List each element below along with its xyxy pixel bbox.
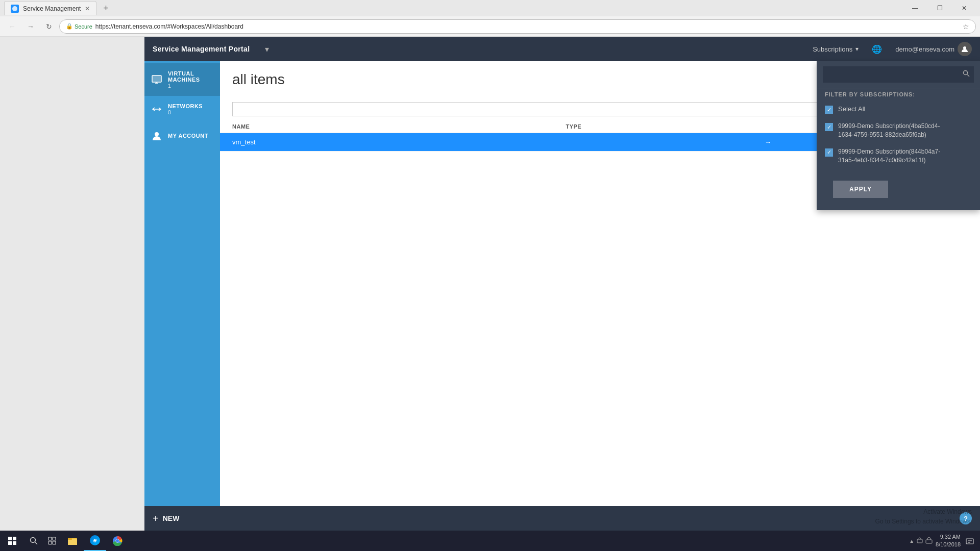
filter-option-2[interactable]: ✓ 99999-Demo Subscription(844b04a7-31a5-… (817, 143, 980, 169)
checkbox-option-1[interactable]: ✓ (825, 123, 833, 131)
svg-point-0 (12, 6, 17, 11)
globe-button[interactable]: 🌐 (867, 37, 887, 61)
watermark-line2: Go to Settings to activate Windows. (875, 517, 972, 527)
forward-button[interactable]: → (22, 18, 39, 35)
url-text: https://tenant.enseva.com/#Workspaces/Al… (95, 23, 243, 30)
close-button[interactable]: ✕ (952, 0, 976, 16)
taskbar-date-value: 8/10/2018 (936, 541, 961, 548)
svg-rect-26 (926, 540, 932, 543)
networks-label: NETWORKS (168, 103, 203, 109)
tab-close-button[interactable]: ✕ (85, 5, 90, 12)
user-avatar (958, 42, 972, 56)
col-type: TYPE (559, 120, 758, 133)
chrome-icon (112, 536, 122, 546)
taskbar-search-button[interactable] (24, 531, 43, 551)
new-tab-button[interactable]: + (99, 1, 113, 15)
svg-point-8 (155, 132, 159, 136)
notification-up-icon: ▲ (909, 538, 914, 544)
account-label: MY ACCOUNT (168, 133, 208, 139)
filter-by-subscriptions-label: FILTER BY SUBSCRIPTIONS: (817, 88, 980, 101)
bookmark-icon[interactable]: ☆ (963, 22, 969, 31)
networks-content: NETWORKS 0 (168, 103, 203, 115)
svg-rect-7 (152, 76, 161, 82)
sidebar-item-my-account[interactable]: MY ACCOUNT (144, 122, 220, 149)
svg-line-12 (967, 74, 969, 77)
window-controls: — ❐ ✕ (903, 0, 976, 16)
select-all-label: Select All (838, 105, 865, 114)
dropdown-search-icon[interactable] (959, 70, 974, 79)
top-nav-right: Subscriptions ▾ 🌐 demo@enseva.com (804, 37, 980, 61)
sidebar-item-networks[interactable]: NETWORKS 0 (144, 96, 220, 122)
taskbar-file-explorer[interactable] (61, 531, 84, 551)
restore-button[interactable]: ❐ (928, 0, 951, 16)
new-label: NEW (163, 514, 180, 522)
taskbar-notification-icons[interactable]: ▲ (909, 537, 933, 544)
sidebar-item-virtual-machines[interactable]: VIRTUAL MACHINES 1 (144, 63, 220, 96)
filter-option-select-all[interactable]: ✓ Select All (817, 101, 980, 118)
subscriptions-filter-icon: ▾ (855, 45, 859, 53)
taskbar: e ▲ 9:32 AM 8/10/2018 (0, 531, 980, 551)
vm-badge: 1 (168, 83, 214, 89)
windows-watermark: Activate Windows Go to Settings to activ… (875, 507, 972, 527)
svg-point-13 (31, 538, 36, 543)
svg-point-11 (964, 71, 968, 75)
new-button[interactable]: + NEW (153, 513, 179, 524)
plus-icon: + (153, 513, 159, 524)
tab-favicon (11, 5, 19, 13)
filter-option-1[interactable]: ✓ 99999-Demo Subscription(4ba50cd4-1634-… (817, 118, 980, 143)
refresh-button[interactable]: ↻ (41, 18, 57, 35)
taskbar-edge[interactable]: e (84, 531, 106, 551)
networks-badge: 0 (168, 109, 203, 115)
taskbar-chrome[interactable] (106, 531, 129, 551)
cell-type (559, 133, 758, 152)
taskbar-time-value: 9:32 AM (936, 533, 961, 541)
watermark-line1: Activate Windows (875, 507, 972, 517)
task-view-button[interactable] (43, 531, 61, 551)
option-2-label: 99999-Demo Subscription(844b04a7-31a5-4e… (838, 147, 940, 165)
svg-rect-18 (53, 541, 56, 544)
checkbox-option-2[interactable]: ✓ (825, 148, 833, 157)
subscriptions-dropdown: FILTER BY SUBSCRIPTIONS: ✓ Select All ✓ … (817, 61, 980, 210)
user-email: demo@enseva.com (895, 45, 954, 53)
edge-icon: e (90, 535, 100, 545)
apply-button[interactable]: APPLY (833, 181, 888, 198)
address-bar[interactable]: 🔒 Secure https://tenant.enseva.com/#Work… (59, 19, 976, 34)
minimize-button[interactable]: — (903, 0, 927, 16)
taskbar-action-center[interactable] (964, 535, 976, 547)
svg-point-24 (116, 539, 119, 542)
lock-icon: 🔒 (66, 23, 73, 30)
checkbox-select-all[interactable]: ✓ (825, 106, 833, 114)
taskbar-datetime: 9:32 AM 8/10/2018 (936, 533, 961, 549)
svg-rect-27 (966, 539, 973, 544)
portal-dropdown-button[interactable]: ▾ (258, 37, 276, 61)
dropdown-search-input[interactable] (823, 71, 959, 79)
svg-rect-21 (68, 538, 72, 540)
svg-rect-25 (917, 539, 922, 543)
taskbar-right: ▲ 9:32 AM 8/10/2018 (905, 533, 980, 549)
windows-logo (8, 537, 16, 545)
taskbar-apps: e (61, 531, 129, 551)
account-content: MY ACCOUNT (168, 133, 208, 139)
svg-rect-20 (68, 539, 77, 545)
svg-rect-15 (48, 537, 52, 540)
col-name: NAME (220, 120, 559, 133)
vm-label: VIRTUAL MACHINES (168, 70, 214, 83)
secure-badge: 🔒 Secure (66, 23, 92, 30)
subscriptions-button[interactable]: Subscriptions ▾ (804, 37, 867, 61)
user-button[interactable]: demo@enseva.com (887, 37, 980, 61)
cell-name: vm_test (220, 133, 559, 152)
dropdown-search-section (817, 61, 980, 88)
browser-tab[interactable]: Service Management ✕ (4, 1, 96, 15)
back-button[interactable]: ← (4, 18, 20, 35)
start-button[interactable] (0, 531, 24, 551)
option-1-label: 99999-Demo Subscription(4ba50cd4-1634-47… (838, 122, 940, 139)
svg-line-14 (35, 542, 37, 544)
vm-content: VIRTUAL MACHINES 1 (168, 70, 214, 89)
network-icon (151, 103, 163, 115)
svg-rect-17 (48, 541, 52, 544)
portal-title: Service Management Portal (144, 37, 258, 61)
tab-title: Service Management (23, 5, 81, 12)
monitor-icon (151, 73, 163, 86)
apply-section: APPLY (817, 168, 980, 210)
subscriptions-label: Subscriptions (813, 45, 852, 53)
